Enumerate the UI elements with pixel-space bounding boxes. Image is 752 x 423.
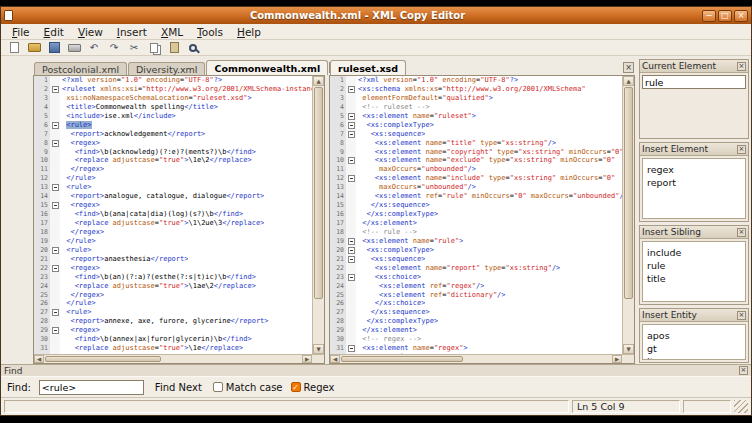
menu-xml[interactable]: XML [154,25,190,39]
close-button[interactable]: × [734,10,748,22]
code-line[interactable]: 22 <regex> [34,264,312,273]
code-line[interactable]: 16 </xs:complexType> [330,210,622,219]
code-line[interactable]: 15 <regex> [34,201,312,210]
code-line[interactable]: 31 <replace adjustcase="true">\1e</repla… [34,344,312,353]
code-line[interactable]: 5 <include>ise.xml</include> [34,112,312,121]
code-line[interactable]: 25 <xs:element ref="dictionary"/> [330,291,622,300]
fold-toggle-icon[interactable] [348,157,355,164]
right-horizontal-scrollbar[interactable]: ◀ ▶ [330,354,634,363]
code-line[interactable]: 4 <!-- ruleset --> [330,103,622,112]
menu-insert[interactable]: Insert [110,25,154,39]
code-line[interactable]: 30 <find>\b(annex|ax|furor|glycerin)\b</… [34,335,312,344]
menu-file[interactable]: File [5,25,37,39]
fold-toggle-icon[interactable] [52,86,59,93]
minimize-button[interactable]: − [702,10,716,22]
right-tabs-close-icon[interactable]: × [623,62,634,73]
code-line[interactable]: 18 <!-- rule --> [330,228,622,237]
menu-tools[interactable]: Tools [190,25,230,39]
code-line[interactable]: 20 <rule> [34,246,312,255]
code-line[interactable]: 9 <xs:element name="copyright" type="xs:… [330,148,622,157]
code-line[interactable]: 30 <!-- regex --> [330,335,622,344]
scroll-right-icon[interactable]: ▶ [612,355,622,363]
list-item[interactable]: apos [643,329,745,342]
scroll-left-icon[interactable]: ◀ [330,355,340,363]
code-line[interactable]: 26 </rule> [34,299,312,308]
code-line[interactable]: 13 maxOccurs="unbounded"/> [330,183,622,192]
menu-view[interactable]: View [71,25,110,39]
tab-ruleset.xsd[interactable]: ruleset.xsd [330,60,406,75]
code-line[interactable]: 6 <rule> [34,121,312,130]
scroll-thumb[interactable] [341,356,463,362]
match-case-checkbox[interactable]: Match case [213,382,283,393]
scroll-left-icon[interactable]: ◀ [34,355,44,363]
code-line[interactable]: 22 <xs:element name="report" type="xs:st… [330,264,622,273]
code-line[interactable]: 23 <find>\b(an)(?:a)?(esthe(?:s|t)ic)\b<… [34,273,312,282]
maximize-button[interactable]: □ [718,10,732,22]
code-line[interactable]: 21 <report>anaesthesia</report> [34,255,312,264]
code-line[interactable]: 3 xsi:noNamespaceSchemaLocation="ruleset… [34,94,312,103]
tab-diversity.xml[interactable]: Diversity.xml [128,62,205,75]
code-line[interactable]: 20 <xs:complexType> [330,246,622,255]
code-line[interactable]: 6 <xs:complexType> [330,121,622,130]
fold-toggle-icon[interactable] [52,309,59,316]
fold-toggle-icon[interactable] [348,256,355,263]
list-item[interactable]: include [643,246,745,259]
panel-close-icon[interactable]: × [737,311,746,320]
menu-edit[interactable]: Edit [37,25,71,39]
code-line[interactable]: 7 <report>acknowledgement</report> [34,130,312,139]
right-code-area[interactable]: 1<?xml version="1.0" encoding="UTF-8"?>2… [330,76,622,354]
scroll-thumb[interactable] [624,87,633,299]
regex-checkbox[interactable]: ✓ Regex [291,382,335,393]
fold-toggle-icon[interactable] [52,140,59,147]
panel-close-icon[interactable]: × [737,145,746,154]
tab-postcolonial.xml[interactable]: Postcolonial.xml [34,62,127,75]
fold-toggle-icon[interactable] [348,274,355,281]
find-button[interactable] [186,41,202,55]
code-line[interactable]: 29 <regex> [34,326,312,335]
fold-toggle-icon[interactable] [348,113,355,120]
print-button[interactable] [66,41,82,55]
find-pane-close-icon[interactable]: × [739,366,748,375]
code-line[interactable]: 27 </xs:sequence> [330,308,622,317]
list-item[interactable]: rule [643,259,745,272]
paste-button[interactable] [166,41,182,55]
titlebar[interactable]: Commonwealth.xml - XML Copy Editor −□× [1,7,751,24]
fold-toggle-icon[interactable] [52,184,59,191]
fold-toggle-icon[interactable] [348,131,355,138]
code-line[interactable]: 29 </xs:element> [330,326,622,335]
menu-help[interactable]: Help [230,25,268,39]
code-line[interactable]: 16 <find>\b(ana|cata|dia)(log)(s?)\b</fi… [34,210,312,219]
code-line[interactable]: 5 <xs:element name="ruleset"> [330,112,622,121]
scroll-thumb[interactable] [314,87,323,299]
scroll-up-icon[interactable]: ▲ [313,76,324,86]
code-line[interactable]: 13 <rule> [34,183,312,192]
scroll-right-icon[interactable]: ▶ [302,355,312,363]
scroll-down-icon[interactable]: ▼ [623,344,634,354]
copy-button[interactable] [146,41,162,55]
open-button[interactable] [26,41,42,55]
list-item[interactable]: gt [643,342,745,355]
code-line[interactable]: 14 <report>analogue, catalogue, dialogue… [34,192,312,201]
scroll-track[interactable] [44,355,302,363]
fold-toggle-icon[interactable] [348,175,355,182]
cut-button[interactable]: ✂ [126,41,142,55]
panel-close-icon[interactable]: × [737,62,746,71]
scroll-down-icon[interactable]: ▼ [313,344,324,354]
code-line[interactable]: 8 <regex> [34,139,312,148]
code-line[interactable]: 25 </regex> [34,291,312,300]
code-line[interactable]: 18 </regex> [34,228,312,237]
code-line[interactable]: 9 <find>\b(acknowledg)(?:e)?(ments?)\b</… [34,148,312,157]
current-element-input[interactable] [642,75,746,89]
fold-toggle-icon[interactable] [52,202,59,209]
scroll-thumb[interactable] [45,356,161,362]
code-line[interactable]: 3 elementFormDefault="qualified"> [330,94,622,103]
right-vertical-scrollbar[interactable]: ▲ ▼ [622,76,634,354]
fold-toggle-icon[interactable] [52,247,59,254]
code-line[interactable]: 11 </regex> [34,165,312,174]
resize-grip[interactable] [734,400,748,413]
code-line[interactable]: 11 maxOccurs="unbounded"/> [330,165,622,174]
fold-toggle-icon[interactable] [348,345,355,352]
code-line[interactable]: 15 </xs:sequence> [330,201,622,210]
code-line[interactable]: 2<ruleset xmlns:xsi="http://www.w3.org/2… [34,85,312,94]
save-button[interactable] [46,41,62,55]
